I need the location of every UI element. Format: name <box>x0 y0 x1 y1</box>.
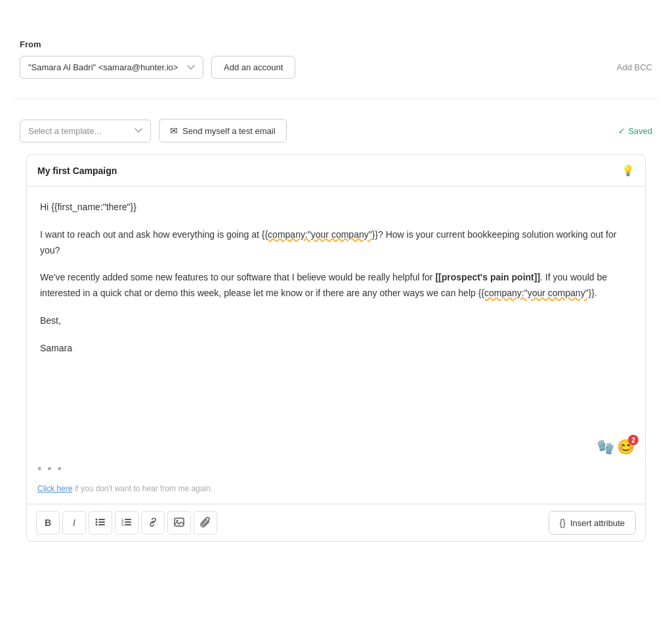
hand-emoji: 🧤 <box>597 439 614 456</box>
email-editor: My first Campaign 💡 Hi {{first_name:"the… <box>26 154 646 542</box>
email-body[interactable]: Hi {{first_name:"there"}} I want to reac… <box>27 187 645 436</box>
body-line-4: Best, <box>40 313 632 329</box>
emoji-badge: 😊 2 <box>617 439 635 456</box>
template-row: Select a template... ✉ Send myself a tes… <box>20 119 652 143</box>
subject-bar: My first Campaign 💡 <box>27 155 645 187</box>
envelope-icon: ✉ <box>170 125 178 136</box>
email-select[interactable]: "Samara Al Badri" <samara@hunter.io> <box>20 56 203 79</box>
editor-toolbar: B I <box>27 504 645 541</box>
bold-button[interactable]: B <box>36 511 60 535</box>
template-left: Select a template... ✉ Send myself a tes… <box>20 119 287 143</box>
italic-icon: I <box>73 518 75 528</box>
email-subject[interactable]: My first Campaign <box>37 166 117 176</box>
from-section: From "Samara Al Badri" <samara@hunter.io… <box>13 26 659 99</box>
template-select[interactable]: Select a template... <box>20 120 151 143</box>
placeholder-pain-point: [[prospect's pain point]] <box>435 272 540 282</box>
svg-rect-9 <box>125 521 131 523</box>
three-dots[interactable]: • • • <box>27 458 645 480</box>
add-account-button[interactable]: Add an account <box>211 56 295 79</box>
saved-text: Saved <box>628 126 652 136</box>
unordered-list-button[interactable] <box>89 511 112 535</box>
link-button[interactable] <box>141 511 165 535</box>
svg-point-2 <box>96 521 98 523</box>
svg-rect-11 <box>125 524 131 525</box>
body-line-3: We've recently added some new features t… <box>40 270 632 301</box>
send-test-button[interactable]: ✉ Send myself a test email <box>159 119 287 143</box>
body-line-1: Hi {{first_name:"there"}} <box>40 200 632 215</box>
svg-rect-12 <box>175 518 184 526</box>
badge-count: 2 <box>628 435 639 445</box>
from-row: "Samara Al Badri" <samara@hunter.io> Add… <box>20 56 652 79</box>
svg-point-0 <box>96 518 98 520</box>
image-icon <box>174 518 184 529</box>
insert-attribute-button[interactable]: {} Insert attribute <box>549 511 636 535</box>
attachment-button[interactable] <box>194 511 217 535</box>
emoji-row: 🧤 😊 2 <box>27 436 645 458</box>
ordered-list-button[interactable]: 1. 2. 3. <box>115 511 138 535</box>
attachment-icon <box>200 517 211 529</box>
template-section: Select a template... ✉ Send myself a tes… <box>13 99 659 555</box>
from-label: From <box>20 39 652 49</box>
unsubscribe-line: Click here if you don't want to hear fro… <box>27 480 645 504</box>
body-line-2: I want to reach out and ask how everythi… <box>40 227 632 259</box>
body-line-5: Samara <box>40 341 632 357</box>
add-bcc-link[interactable]: Add BCC <box>617 62 652 72</box>
svg-rect-7 <box>125 519 131 520</box>
template-var-company-1: {{company:"your company"}} <box>262 229 378 240</box>
unsubscribe-text: if you don't want to hear from me again. <box>75 484 213 493</box>
italic-button[interactable]: I <box>62 511 86 535</box>
saved-status: ✓ Saved <box>618 126 652 136</box>
lightbulb-icon[interactable]: 💡 <box>621 164 635 177</box>
insert-attribute-label: Insert attribute <box>570 518 625 528</box>
svg-rect-3 <box>98 521 105 523</box>
svg-rect-1 <box>98 519 105 520</box>
bold-icon: B <box>45 518 51 528</box>
toolbar-left: B I <box>36 511 217 535</box>
unsubscribe-link[interactable]: Click here <box>37 484 72 493</box>
image-button[interactable] <box>167 511 191 535</box>
template-var-firstname: {{first_name:"there"}} <box>51 202 136 212</box>
template-var-company-2: {{company:"your company"}} <box>478 288 595 298</box>
svg-text:3.: 3. <box>121 523 125 527</box>
link-icon <box>148 518 158 529</box>
svg-point-13 <box>177 519 178 521</box>
from-left: "Samara Al Badri" <samara@hunter.io> Add… <box>20 56 295 79</box>
ol-icon: 1. 2. 3. <box>121 518 132 529</box>
svg-point-4 <box>96 523 98 525</box>
ul-icon <box>95 518 106 529</box>
curly-braces-icon: {} <box>560 518 566 528</box>
check-icon: ✓ <box>618 126 625 136</box>
send-test-label: Send myself a test email <box>182 126 276 136</box>
svg-rect-5 <box>98 524 105 525</box>
